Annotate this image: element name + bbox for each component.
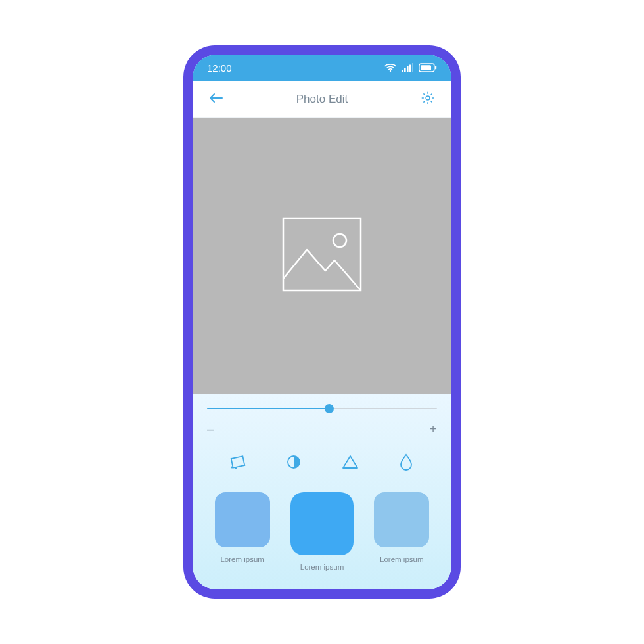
svg-rect-4 [409,65,411,73]
drop-icon [400,453,413,473]
svg-rect-12 [231,456,244,467]
status-time: 12:00 [207,62,232,74]
battery-icon [419,63,437,72]
svg-point-0 [390,70,391,72]
svg-point-13 [231,466,233,468]
filter-swatch [374,492,429,547]
increase-button[interactable]: + [429,423,437,436]
filter-label: Lorem ipsum [220,555,264,563]
adjustment-slider[interactable] [207,405,437,412]
filter-row: Lorem ipsum Lorem ipsum Lorem ipsum [207,492,437,571]
slider-controls: – + [207,423,437,436]
screen: 12:00 [193,55,451,589]
gear-icon [421,91,435,108]
contrast-tool[interactable] [279,451,308,475]
sharpen-tool[interactable] [336,451,365,475]
filter-label: Lorem ipsum [300,563,344,571]
edit-panel: – + [193,394,451,589]
contrast-icon [286,454,302,472]
crop-icon [229,453,247,474]
phone-frame: 12:00 [183,45,461,599]
blur-tool[interactable] [392,451,421,475]
status-icons [384,63,437,72]
svg-rect-2 [404,68,406,73]
svg-rect-7 [421,65,431,70]
crop-tool[interactable] [223,451,252,475]
slider-thumb[interactable] [325,404,334,413]
photo-canvas[interactable] [193,118,451,394]
decrease-button[interactable]: – [207,423,214,436]
app-header: Photo Edit [193,81,451,118]
filter-preset-3[interactable]: Lorem ipsum [367,492,437,571]
filter-preset-1[interactable]: Lorem ipsum [207,492,277,571]
slider-fill [207,408,329,409]
page-title: Photo Edit [296,93,348,106]
svg-point-14 [235,467,237,469]
svg-rect-3 [407,66,409,72]
svg-rect-5 [412,63,413,72]
image-placeholder-icon [279,212,365,300]
settings-button[interactable] [417,89,438,110]
svg-rect-8 [435,66,436,70]
filter-label: Lorem ipsum [380,555,423,563]
back-button[interactable] [206,89,227,110]
svg-rect-10 [283,218,361,290]
svg-point-9 [426,96,430,100]
signal-icon [402,63,413,72]
triangle-icon [342,454,359,472]
svg-point-11 [333,234,346,247]
filter-swatch [215,492,270,547]
filter-preset-2[interactable]: Lorem ipsum [287,492,357,571]
svg-rect-1 [402,70,403,72]
wifi-icon [384,63,396,72]
arrow-left-icon [209,92,223,106]
status-bar: 12:00 [193,55,451,81]
filter-swatch [290,492,354,555]
tool-row [207,448,437,476]
